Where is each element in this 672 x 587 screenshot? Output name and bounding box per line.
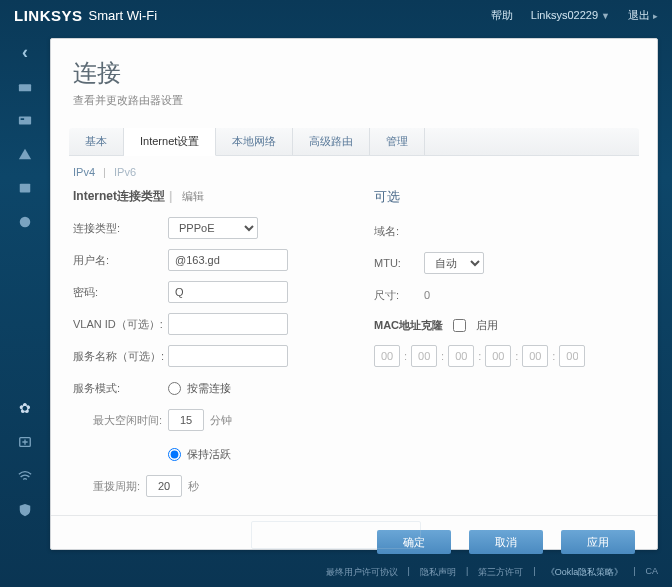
- keepalive-radio[interactable]: [168, 448, 181, 461]
- footer-third[interactable]: 第三方许可: [478, 566, 523, 579]
- max-idle-input[interactable]: [168, 409, 204, 431]
- mac-enable-checkbox[interactable]: [453, 319, 466, 332]
- left-column: Internet连接类型|编辑 连接类型: PPPoE 用户名: 密码: VLA…: [73, 188, 334, 497]
- label-password: 密码:: [73, 285, 168, 300]
- sidebar-item-5[interactable]: [15, 214, 35, 230]
- redial-input[interactable]: [146, 475, 182, 497]
- svg-rect-1: [19, 117, 31, 125]
- settings-panel: 连接 查看并更改路由器设置 基本 Internet设置 本地网络 高级路由 管理…: [50, 38, 658, 550]
- cancel-button[interactable]: 取消: [469, 530, 543, 554]
- size-value: 0: [424, 289, 430, 301]
- brand-sub: Smart Wi-Fi: [89, 8, 158, 23]
- svg-rect-0: [19, 84, 31, 91]
- label-mtu: MTU:: [374, 257, 424, 269]
- service-input[interactable]: [168, 345, 288, 367]
- mac-0[interactable]: [374, 345, 400, 367]
- label-username: 用户名:: [73, 253, 168, 268]
- conn-type-select[interactable]: PPPoE: [168, 217, 258, 239]
- svg-point-4: [20, 217, 31, 228]
- wifi-icon[interactable]: [15, 468, 35, 484]
- svg-rect-2: [21, 118, 25, 120]
- brand-logo: LINKSYS: [14, 7, 83, 24]
- help-link[interactable]: 帮助: [491, 8, 513, 23]
- label-domain: 域名:: [374, 224, 424, 239]
- mac-3[interactable]: [485, 345, 511, 367]
- footer-privacy[interactable]: 隐私声明: [420, 566, 456, 579]
- section-title: Internet连接类型|编辑: [73, 188, 334, 205]
- mac-4[interactable]: [522, 345, 548, 367]
- footer-ookla[interactable]: 《Ookla隐私策略》: [546, 566, 624, 579]
- tab-bar: 基本 Internet设置 本地网络 高级路由 管理: [69, 128, 639, 156]
- footer-links: 最终用户许可协议| 隐私声明| 第三方许可| 《Ookla隐私策略》| CA: [326, 566, 658, 579]
- plus-icon[interactable]: [15, 434, 35, 450]
- footer-ca[interactable]: CA: [645, 566, 658, 579]
- tab-internet[interactable]: Internet设置: [124, 128, 216, 156]
- mac-5[interactable]: [559, 345, 585, 367]
- edit-link[interactable]: 编辑: [182, 190, 204, 202]
- optional-title: 可选: [374, 188, 635, 206]
- background-box: [251, 521, 421, 549]
- subtab-ipv4[interactable]: IPv4: [73, 166, 95, 178]
- vlan-input[interactable]: [168, 313, 288, 335]
- chevron-right-icon: ▸: [653, 11, 658, 21]
- mac-address-row: : : : : :: [374, 345, 635, 367]
- svg-rect-3: [20, 184, 31, 193]
- gear-icon[interactable]: ✿: [15, 400, 35, 416]
- sidebar-item-4[interactable]: [15, 180, 35, 196]
- label-vlan: VLAN ID（可选）:: [73, 317, 168, 332]
- tab-basic[interactable]: 基本: [69, 128, 124, 155]
- subtab-ipv6[interactable]: IPv6: [114, 166, 136, 178]
- top-bar: LINKSYS Smart Wi-Fi 帮助 Linksys02229▼ 退出▸: [0, 0, 672, 30]
- page-subtitle: 查看并更改路由器设置: [73, 93, 635, 108]
- sidebar-item-1[interactable]: [15, 78, 35, 94]
- right-column: 可选 域名: MTU: 自动 尺寸: 0 MAC地址克隆 启用 : : : :: [374, 188, 635, 497]
- mac-clone-title: MAC地址克隆: [374, 318, 443, 333]
- idle-row: 最大空闲时间: 分钟: [73, 409, 334, 431]
- redial-row: 重拨周期: 秒: [73, 475, 334, 497]
- apply-button[interactable]: 应用: [561, 530, 635, 554]
- on-demand-radio[interactable]: [168, 382, 181, 395]
- label-conn-type: 连接类型:: [73, 221, 168, 236]
- tab-advanced[interactable]: 高级路由: [293, 128, 370, 155]
- device-dropdown[interactable]: Linksys02229▼: [531, 9, 610, 21]
- mac-1[interactable]: [411, 345, 437, 367]
- logout-link[interactable]: 退出▸: [628, 8, 658, 23]
- sidebar-item-3[interactable]: [15, 146, 35, 162]
- sidebar-item-2[interactable]: [15, 112, 35, 128]
- username-input[interactable]: [168, 249, 288, 271]
- label-svc-mode: 服务模式:: [73, 381, 168, 396]
- tab-local[interactable]: 本地网络: [216, 128, 293, 155]
- mtu-select[interactable]: 自动: [424, 252, 484, 274]
- password-input[interactable]: [168, 281, 288, 303]
- chevron-down-icon: ▼: [601, 11, 610, 21]
- label-size: 尺寸:: [374, 288, 424, 303]
- footer-eula[interactable]: 最终用户许可协议: [326, 566, 398, 579]
- page-title: 连接: [73, 57, 635, 89]
- ip-subtabs: IPv4 | IPv6: [51, 156, 657, 184]
- label-service: 服务名称（可选）:: [73, 349, 168, 364]
- mac-2[interactable]: [448, 345, 474, 367]
- back-icon[interactable]: ‹: [15, 44, 35, 60]
- sidebar: ‹ ✿: [0, 30, 50, 550]
- shield-icon[interactable]: [15, 502, 35, 518]
- tab-admin[interactable]: 管理: [370, 128, 425, 155]
